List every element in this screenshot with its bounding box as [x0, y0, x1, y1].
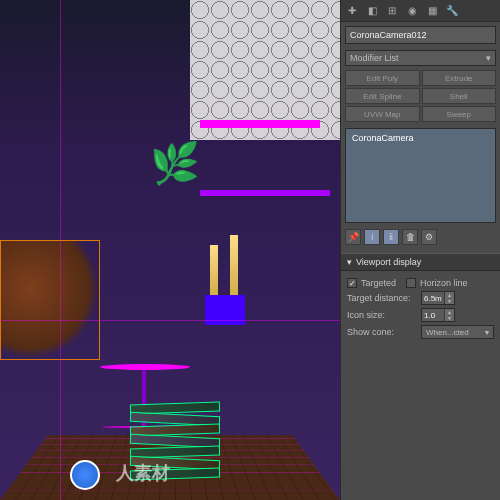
candle-mesh-2	[230, 235, 238, 300]
targeted-label: Targeted	[361, 278, 396, 288]
stack-toolbar: 📌 ⅰ ⅱ 🗑 ⚙	[345, 229, 496, 245]
chevron-down-icon: ▾	[486, 53, 491, 63]
make-unique-icon[interactable]: ⅱ	[383, 229, 399, 245]
pin-stack-icon[interactable]: 📌	[345, 229, 361, 245]
target-distance-spinner[interactable]: 6.5m ▲▼	[421, 291, 455, 305]
display-tab-icon[interactable]: ▦	[425, 4, 439, 18]
wireframe-line	[0, 320, 340, 321]
object-name-field[interactable]: CoronaCamera012	[345, 26, 496, 44]
configure-sets-icon[interactable]: ⚙	[421, 229, 437, 245]
utilities-tab-icon[interactable]: 🔧	[445, 4, 459, 18]
icon-size-spinner[interactable]: 1.0 ▲▼	[421, 308, 455, 322]
create-tab-icon[interactable]: ✚	[345, 4, 359, 18]
viewport-display-rollout-body: ✓ Targeted Horizon line Target distance:…	[341, 271, 500, 346]
icon-size-label: Icon size:	[347, 310, 417, 320]
target-distance-label: Target distance:	[347, 293, 417, 303]
shelf-mesh	[200, 120, 320, 128]
modifier-list-dropdown[interactable]: Modifier List ▾	[345, 50, 496, 66]
modify-tab-icon[interactable]: ◧	[365, 4, 379, 18]
extrude-button[interactable]: Extrude	[422, 70, 497, 86]
plant-mesh	[150, 140, 190, 220]
chair-mesh	[0, 240, 100, 360]
wireframe-line	[60, 0, 61, 500]
viewport-3d[interactable]: 人素材	[0, 0, 340, 500]
shelf-mesh-2	[200, 190, 330, 196]
chevron-down-icon: ▾	[485, 328, 489, 337]
show-end-result-icon[interactable]: ⅰ	[364, 229, 380, 245]
show-cone-value: When...cted	[426, 328, 469, 337]
spinner-down-icon[interactable]: ▼	[444, 298, 454, 304]
candle-mesh-1	[210, 245, 218, 300]
watermark-text: 人素材	[116, 461, 170, 485]
show-cone-dropdown[interactable]: When...cted ▾	[421, 325, 494, 339]
command-panel-tabs: ✚ ◧ ⊞ ◉ ▦ 🔧	[341, 0, 500, 22]
edit-poly-button[interactable]: Edit Poly	[345, 70, 420, 86]
uvw-map-button[interactable]: UVW Map	[345, 106, 420, 122]
modifier-list-label: Modifier List	[350, 53, 399, 63]
icon-size-value: 1.0	[422, 309, 444, 321]
watermark-logo	[70, 460, 100, 490]
spinner-down-icon[interactable]: ▼	[444, 315, 454, 321]
collapse-arrow-icon: ▾	[347, 257, 352, 267]
stack-item-camera[interactable]: CoronaCamera	[348, 131, 493, 145]
show-cone-label: Show cone:	[347, 327, 417, 337]
shell-button[interactable]: Shell	[422, 88, 497, 104]
viewport-display-rollout-header[interactable]: ▾ Viewport display	[341, 253, 500, 271]
motion-tab-icon[interactable]: ◉	[405, 4, 419, 18]
hex-wall-mesh	[190, 0, 340, 140]
sweep-button[interactable]: Sweep	[422, 106, 497, 122]
modifier-buttons-grid: Edit Poly Extrude Edit Spline Shell UVW …	[341, 68, 500, 124]
edit-spline-button[interactable]: Edit Spline	[345, 88, 420, 104]
target-distance-value: 6.5m	[422, 292, 444, 304]
modifier-stack[interactable]: CoronaCamera	[345, 128, 496, 223]
targeted-checkbox[interactable]: ✓	[347, 278, 357, 288]
horizon-line-checkbox[interactable]	[406, 278, 416, 288]
remove-modifier-icon[interactable]: 🗑	[402, 229, 418, 245]
rollout-title: Viewport display	[356, 257, 421, 267]
command-panel: ✚ ◧ ⊞ ◉ ▦ 🔧 CoronaCamera012 Modifier Lis…	[340, 0, 500, 500]
object-name-text: CoronaCamera012	[350, 30, 427, 40]
horizon-line-label: Horizon line	[420, 278, 468, 288]
table-mesh	[100, 364, 190, 370]
hierarchy-tab-icon[interactable]: ⊞	[385, 4, 399, 18]
